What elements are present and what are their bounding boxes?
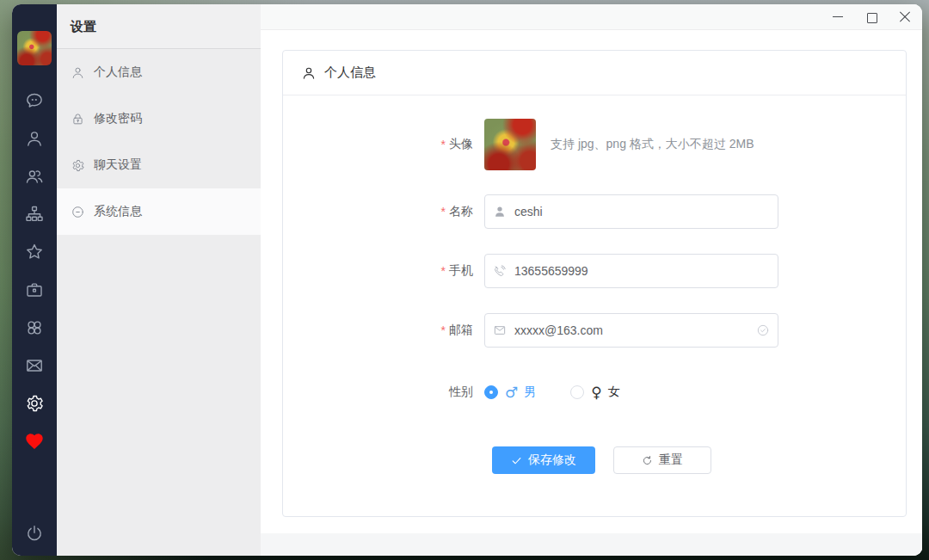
- phone-row: * 手机: [283, 254, 906, 288]
- lock-icon: [71, 112, 85, 126]
- minimize-button[interactable]: [832, 11, 844, 23]
- app-window: 设置 个人信息 修改密码 聊天设置 系统信息 个人: [12, 4, 922, 556]
- check-icon: [511, 455, 522, 466]
- user-icon: [71, 65, 85, 80]
- user-avatar[interactable]: [17, 31, 52, 65]
- buttons-row: 保存修改 重置: [283, 446, 906, 474]
- avatar-label: 头像: [449, 137, 473, 152]
- name-label: 名称: [449, 204, 473, 219]
- settings-icon[interactable]: [24, 393, 45, 414]
- close-button[interactable]: [899, 11, 911, 23]
- phone-icon: [493, 264, 507, 278]
- check-circle-icon: [756, 323, 770, 337]
- apps-icon[interactable]: [24, 317, 45, 338]
- reset-button[interactable]: 重置: [613, 446, 711, 474]
- male-option-label: 男: [524, 385, 536, 400]
- profile-form: * 头像 支持 jpg、png 格式，大小不超过 2MB * 名称: [283, 95, 906, 474]
- org-icon[interactable]: [24, 204, 45, 225]
- avatar-row: * 头像 支持 jpg、png 格式，大小不超过 2MB: [283, 119, 906, 170]
- envelope-icon: [493, 323, 507, 337]
- female-option-label: 女: [608, 385, 620, 400]
- avatar-upload[interactable]: [484, 119, 536, 170]
- avatar-hint: 支持 jpg、png 格式，大小不超过 2MB: [551, 137, 754, 152]
- gender-label: 性别: [449, 385, 473, 400]
- message-circle-icon: [71, 205, 85, 219]
- female-symbol-icon: ♀: [591, 384, 601, 401]
- gender-option-male[interactable]: ♂ 男: [484, 384, 536, 401]
- email-input[interactable]: [484, 313, 778, 348]
- chat-icon[interactable]: [24, 90, 45, 111]
- settings-sidebar: 设置 个人信息 修改密码 聊天设置 系统信息: [57, 4, 261, 556]
- card-title: 个人信息: [324, 65, 376, 81]
- user-filled-icon: [493, 205, 507, 218]
- email-row: * 邮箱: [283, 313, 906, 348]
- email-label: 邮箱: [449, 323, 473, 338]
- sidebar-title: 设置: [57, 4, 261, 49]
- card-header: 个人信息: [283, 51, 906, 95]
- titlebar: [261, 4, 922, 30]
- main-area: 个人信息 * 头像 支持 jpg、png 格式，大小不超过 2MB: [261, 4, 922, 556]
- refresh-icon: [642, 455, 653, 466]
- mail-icon[interactable]: [24, 355, 45, 376]
- sidebar-item-label: 个人信息: [94, 65, 142, 80]
- person-icon: [301, 65, 317, 81]
- maximize-button[interactable]: [865, 11, 877, 23]
- heart-icon[interactable]: [24, 431, 45, 452]
- sidebar-item-label: 修改密码: [94, 111, 142, 126]
- settings-content: 个人信息 * 头像 支持 jpg、png 格式，大小不超过 2MB: [261, 30, 922, 556]
- gender-row: 性别 ♂ 男 ♀ 女: [283, 380, 906, 404]
- name-row: * 名称: [283, 194, 906, 229]
- required-mark: *: [441, 205, 446, 218]
- save-button[interactable]: 保存修改: [492, 446, 595, 474]
- group-icon[interactable]: [24, 166, 45, 187]
- power-icon[interactable]: [24, 523, 45, 544]
- radio-unchecked[interactable]: [570, 385, 584, 399]
- profile-card: 个人信息 * 头像 支持 jpg、png 格式，大小不超过 2MB: [282, 50, 907, 517]
- sidebar-item-system-info[interactable]: 系统信息: [57, 188, 261, 235]
- sidebar-item-profile[interactable]: 个人信息: [57, 49, 261, 95]
- icon-rail: [12, 4, 57, 556]
- sidebar-item-label: 聊天设置: [94, 157, 142, 173]
- name-input[interactable]: [484, 194, 778, 229]
- sidebar-item-password[interactable]: 修改密码: [57, 95, 261, 142]
- sidebar-item-label: 系统信息: [94, 204, 142, 219]
- content-footer: [261, 533, 922, 556]
- male-symbol-icon: ♂: [505, 384, 518, 401]
- contact-icon[interactable]: [24, 128, 45, 149]
- required-mark: *: [441, 323, 446, 337]
- phone-label: 手机: [449, 263, 473, 279]
- sidebar-item-chat-settings[interactable]: 聊天设置: [57, 142, 261, 188]
- radio-checked[interactable]: [484, 385, 498, 399]
- gender-option-female[interactable]: ♀ 女: [570, 384, 619, 401]
- required-mark: *: [441, 138, 446, 151]
- phone-input[interactable]: [484, 254, 778, 288]
- work-icon[interactable]: [24, 280, 45, 300]
- required-mark: *: [441, 264, 446, 278]
- gear-icon: [71, 158, 85, 173]
- star-icon[interactable]: [24, 242, 45, 262]
